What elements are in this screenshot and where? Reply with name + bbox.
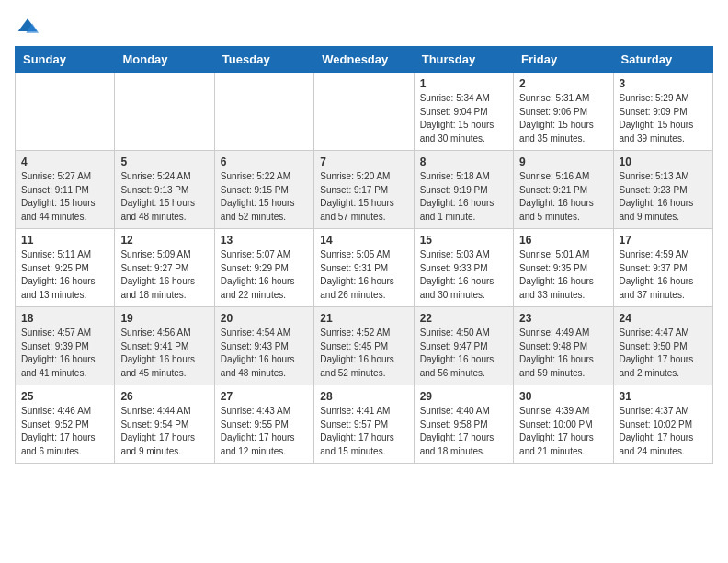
logo-icon (17, 17, 39, 35)
day-info: Sunrise: 4:56 AMSunset: 9:41 PMDaylight:… (120, 327, 208, 380)
day-info: Sunrise: 5:27 AMSunset: 9:11 PMDaylight:… (21, 170, 108, 224)
calendar-cell: 7Sunrise: 5:20 AMSunset: 9:17 PMDaylight… (314, 151, 414, 229)
calendar-cell: 18Sunrise: 4:57 AMSunset: 9:39 PMDayligh… (16, 307, 115, 385)
calendar-cell: 6Sunrise: 5:22 AMSunset: 9:15 PMDaylight… (214, 151, 313, 229)
day-info: Sunrise: 5:24 AMSunset: 9:13 PMDaylight:… (120, 170, 208, 224)
calendar-cell (314, 73, 414, 151)
day-number: 28 (320, 390, 407, 403)
calendar-week-3: 11Sunrise: 5:11 AMSunset: 9:25 PMDayligh… (16, 229, 713, 307)
calendar-cell: 24Sunrise: 4:47 AMSunset: 9:50 PMDayligh… (613, 307, 712, 385)
day-info: Sunrise: 5:34 AMSunset: 9:04 PMDaylight:… (420, 92, 507, 145)
calendar-cell: 8Sunrise: 5:18 AMSunset: 9:19 PMDaylight… (414, 151, 513, 229)
day-info: Sunrise: 4:46 AMSunset: 9:52 PMDaylight:… (21, 405, 108, 458)
day-number: 20 (221, 312, 308, 325)
day-number: 21 (320, 312, 407, 325)
calendar-cell: 15Sunrise: 5:03 AMSunset: 9:33 PMDayligh… (414, 229, 513, 307)
day-number: 10 (620, 155, 707, 168)
calendar-cell: 30Sunrise: 4:39 AMSunset: 10:00 PMDaylig… (514, 385, 613, 464)
day-info: Sunrise: 5:18 AMSunset: 9:19 PMDaylight:… (420, 170, 507, 224)
day-info: Sunrise: 5:07 AMSunset: 9:29 PMDaylight:… (221, 248, 308, 302)
weekday-header-sunday: Sunday (16, 47, 115, 73)
day-number: 14 (320, 234, 407, 247)
day-number: 4 (21, 155, 108, 168)
calendar-cell: 16Sunrise: 5:01 AMSunset: 9:35 PMDayligh… (514, 229, 613, 307)
calendar-cell (115, 73, 214, 151)
day-number: 27 (221, 390, 308, 403)
day-number: 1 (420, 77, 507, 90)
calendar-cell: 9Sunrise: 5:16 AMSunset: 9:21 PMDaylight… (514, 151, 613, 229)
day-info: Sunrise: 5:22 AMSunset: 9:15 PMDaylight:… (221, 170, 308, 224)
day-number: 11 (21, 234, 108, 247)
calendar-cell: 26Sunrise: 4:44 AMSunset: 9:54 PMDayligh… (115, 385, 214, 464)
day-info: Sunrise: 4:39 AMSunset: 10:00 PMDaylight… (519, 405, 607, 458)
calendar-cell: 20Sunrise: 4:54 AMSunset: 9:43 PMDayligh… (214, 307, 313, 385)
calendar-week-5: 25Sunrise: 4:46 AMSunset: 9:52 PMDayligh… (16, 385, 713, 464)
calendar-cell: 11Sunrise: 5:11 AMSunset: 9:25 PMDayligh… (16, 229, 115, 307)
calendar-cell: 1Sunrise: 5:34 AMSunset: 9:04 PMDaylight… (414, 73, 513, 151)
day-number: 6 (221, 155, 308, 168)
day-info: Sunrise: 4:52 AMSunset: 9:45 PMDaylight:… (320, 327, 407, 380)
day-number: 7 (320, 155, 407, 168)
day-info: Sunrise: 5:03 AMSunset: 9:33 PMDaylight:… (420, 248, 507, 302)
calendar-cell: 2Sunrise: 5:31 AMSunset: 9:06 PMDaylight… (514, 73, 613, 151)
day-number: 5 (120, 155, 208, 168)
calendar-cell: 10Sunrise: 5:13 AMSunset: 9:23 PMDayligh… (613, 151, 712, 229)
weekday-header-wednesday: Wednesday (314, 47, 414, 73)
calendar-cell: 21Sunrise: 4:52 AMSunset: 9:45 PMDayligh… (314, 307, 414, 385)
page-header (15, 15, 713, 35)
day-number: 2 (519, 77, 607, 90)
day-info: Sunrise: 5:16 AMSunset: 9:21 PMDaylight:… (519, 170, 607, 224)
day-number: 9 (519, 155, 607, 168)
day-info: Sunrise: 4:40 AMSunset: 9:58 PMDaylight:… (420, 405, 507, 458)
day-number: 19 (120, 312, 208, 325)
calendar-cell: 17Sunrise: 4:59 AMSunset: 9:37 PMDayligh… (613, 229, 712, 307)
day-info: Sunrise: 5:31 AMSunset: 9:06 PMDaylight:… (519, 92, 607, 145)
calendar-table: SundayMondayTuesdayWednesdayThursdayFrid… (15, 46, 713, 464)
day-info: Sunrise: 5:05 AMSunset: 9:31 PMDaylight:… (320, 248, 407, 302)
calendar-cell: 29Sunrise: 4:40 AMSunset: 9:58 PMDayligh… (414, 385, 513, 464)
day-number: 29 (420, 390, 507, 403)
day-number: 24 (620, 312, 707, 325)
weekday-header-tuesday: Tuesday (214, 47, 313, 73)
calendar-cell: 22Sunrise: 4:50 AMSunset: 9:47 PMDayligh… (414, 307, 513, 385)
day-info: Sunrise: 4:43 AMSunset: 9:55 PMDaylight:… (221, 405, 308, 458)
weekday-header-monday: Monday (115, 47, 214, 73)
day-info: Sunrise: 5:29 AMSunset: 9:09 PMDaylight:… (620, 92, 707, 145)
calendar-cell: 13Sunrise: 5:07 AMSunset: 9:29 PMDayligh… (214, 229, 313, 307)
day-info: Sunrise: 4:57 AMSunset: 9:39 PMDaylight:… (21, 327, 108, 380)
day-number: 8 (420, 155, 507, 168)
day-number: 12 (120, 234, 208, 247)
day-info: Sunrise: 4:47 AMSunset: 9:50 PMDaylight:… (620, 327, 707, 380)
calendar-week-2: 4Sunrise: 5:27 AMSunset: 9:11 PMDaylight… (16, 151, 713, 229)
calendar-cell: 31Sunrise: 4:37 AMSunset: 10:02 PMDaylig… (613, 385, 712, 464)
day-info: Sunrise: 4:50 AMSunset: 9:47 PMDaylight:… (420, 327, 507, 380)
day-info: Sunrise: 5:01 AMSunset: 9:35 PMDaylight:… (519, 248, 607, 302)
calendar-cell (214, 73, 313, 151)
day-info: Sunrise: 4:41 AMSunset: 9:57 PMDaylight:… (320, 405, 407, 458)
day-number: 18 (21, 312, 108, 325)
calendar-cell: 27Sunrise: 4:43 AMSunset: 9:55 PMDayligh… (214, 385, 313, 464)
day-number: 26 (120, 390, 208, 403)
day-info: Sunrise: 5:09 AMSunset: 9:27 PMDaylight:… (120, 248, 208, 302)
day-number: 16 (519, 234, 607, 247)
calendar-cell: 3Sunrise: 5:29 AMSunset: 9:09 PMDaylight… (613, 73, 712, 151)
day-number: 22 (420, 312, 507, 325)
day-info: Sunrise: 5:20 AMSunset: 9:17 PMDaylight:… (320, 170, 407, 224)
calendar-cell: 19Sunrise: 4:56 AMSunset: 9:41 PMDayligh… (115, 307, 214, 385)
day-info: Sunrise: 5:11 AMSunset: 9:25 PMDaylight:… (21, 248, 108, 302)
calendar-cell: 28Sunrise: 4:41 AMSunset: 9:57 PMDayligh… (314, 385, 414, 464)
day-number: 25 (21, 390, 108, 403)
day-info: Sunrise: 4:37 AMSunset: 10:02 PMDaylight… (620, 405, 707, 458)
day-info: Sunrise: 4:49 AMSunset: 9:48 PMDaylight:… (519, 327, 607, 380)
day-info: Sunrise: 4:59 AMSunset: 9:37 PMDaylight:… (620, 248, 707, 302)
calendar-cell: 4Sunrise: 5:27 AMSunset: 9:11 PMDaylight… (16, 151, 115, 229)
calendar-week-1: 1Sunrise: 5:34 AMSunset: 9:04 PMDaylight… (16, 73, 713, 151)
day-number: 17 (620, 234, 707, 247)
day-info: Sunrise: 5:13 AMSunset: 9:23 PMDaylight:… (620, 170, 707, 224)
day-number: 15 (420, 234, 507, 247)
calendar-cell (16, 73, 115, 151)
day-number: 23 (519, 312, 607, 325)
logo (15, 15, 42, 35)
day-info: Sunrise: 4:54 AMSunset: 9:43 PMDaylight:… (221, 327, 308, 380)
calendar-cell: 25Sunrise: 4:46 AMSunset: 9:52 PMDayligh… (16, 385, 115, 464)
